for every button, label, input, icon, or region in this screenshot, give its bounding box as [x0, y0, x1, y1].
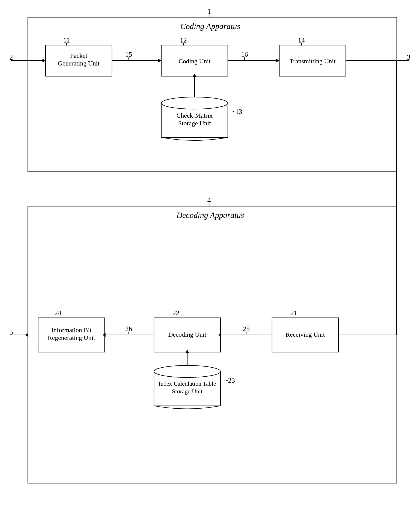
- packet-gen-label2: Generating Unit: [58, 60, 100, 67]
- svg-marker-27: [25, 333, 28, 337]
- main-svg: Coding Apparatus 1 2 3 Packet Generating…: [0, 0, 420, 505]
- check-matrix-label: Check-Matrix: [177, 112, 213, 119]
- label-13: ~13: [232, 107, 242, 115]
- label-2: 2: [9, 53, 13, 61]
- diagram: Coding Apparatus 1 2 3 Packet Generating…: [0, 0, 420, 505]
- label-1: 1: [207, 7, 211, 15]
- label-22: 22: [173, 309, 179, 317]
- info-bit-label: Information Bit: [51, 326, 92, 334]
- label-25: 25: [243, 325, 250, 333]
- svg-marker-10: [158, 59, 161, 62]
- svg-point-44: [154, 366, 221, 378]
- receiving-unit-label: Receiving Unit: [286, 331, 325, 338]
- coding-unit-label: Coding Unit: [179, 57, 211, 65]
- check-matrix-label2: Storage Unit: [178, 120, 211, 127]
- label-26: 26: [125, 325, 132, 333]
- label-3: 3: [407, 53, 411, 61]
- decoding-apparatus-label: Decoding Apparatus: [176, 211, 244, 220]
- svg-marker-4: [43, 59, 45, 62]
- label-4: 4: [207, 196, 211, 204]
- decoding-unit-label: Decoding Unit: [168, 331, 206, 338]
- svg-marker-15: [276, 59, 279, 62]
- packet-gen-label: Packet: [70, 52, 87, 59]
- label-24: 24: [55, 309, 61, 317]
- coding-apparatus-label: Coding Apparatus: [180, 22, 240, 31]
- index-calc-label: Index Calculation Table: [159, 380, 216, 387]
- label-21: 21: [290, 309, 297, 317]
- label-15: 15: [125, 50, 132, 58]
- label-16: 16: [241, 50, 248, 58]
- label-12: 12: [180, 36, 187, 44]
- transmitting-unit-label: Transmitting Unit: [290, 57, 336, 65]
- svg-point-21: [161, 97, 228, 109]
- index-calc-label2: Storage Unit: [172, 388, 203, 395]
- label-23: ~23: [224, 376, 235, 384]
- svg-rect-0: [28, 17, 397, 172]
- info-bit-label2: Regenerating Unit: [48, 334, 95, 341]
- label-14: 14: [298, 36, 305, 44]
- label-11: 11: [63, 36, 70, 44]
